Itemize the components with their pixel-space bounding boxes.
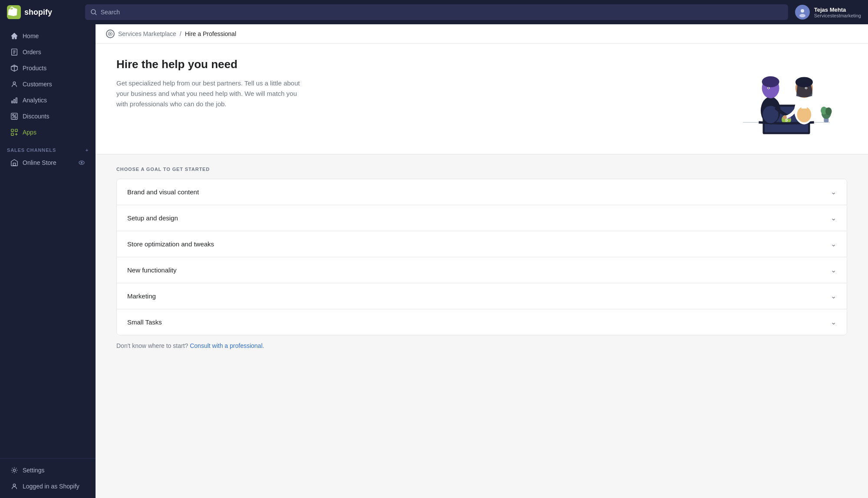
logo[interactable]: shopify bbox=[7, 5, 85, 19]
breadcrumb-icon bbox=[106, 29, 115, 38]
svg-point-3 bbox=[801, 9, 804, 13]
svg-point-12 bbox=[13, 82, 15, 84]
svg-rect-46 bbox=[802, 101, 807, 108]
logo-text: shopify bbox=[24, 8, 52, 17]
sales-channels-header: SALES CHANNELS + bbox=[0, 141, 96, 154]
discounts-icon bbox=[10, 112, 18, 120]
sidebar-label-online-store: Online Store bbox=[23, 159, 56, 166]
sidebar-label-settings: Settings bbox=[23, 467, 45, 474]
svg-point-25 bbox=[81, 162, 83, 164]
user-name: Tejas Mehta bbox=[814, 7, 861, 13]
search-icon bbox=[90, 9, 97, 16]
goals-label: CHOOSE A GOAL TO GET STARTED bbox=[116, 167, 847, 172]
accordion-item-setup[interactable]: Setup and design ⌄ bbox=[117, 205, 847, 231]
user-store: Servicestestmarketing bbox=[814, 13, 861, 18]
svg-point-52 bbox=[783, 115, 787, 119]
user-icon bbox=[10, 482, 18, 490]
illustration-svg: S bbox=[726, 53, 847, 140]
svg-point-40 bbox=[762, 76, 779, 87]
accordion-item-optimization[interactable]: Store optimization and tweaks ⌄ bbox=[117, 231, 847, 257]
svg-point-45 bbox=[797, 107, 812, 122]
search-input[interactable] bbox=[101, 9, 783, 16]
sidebar-bottom: Settings Logged in as Shopify bbox=[0, 458, 96, 495]
svg-line-18 bbox=[13, 115, 17, 118]
sidebar-item-logged-in[interactable]: Logged in as Shopify bbox=[3, 478, 92, 494]
accordion-item-brand[interactable]: Brand and visual content ⌄ bbox=[117, 179, 847, 205]
customers-icon bbox=[10, 80, 18, 88]
sidebar-label-logged-in: Logged in as Shopify bbox=[23, 483, 79, 490]
svg-rect-23 bbox=[13, 163, 15, 165]
goals-section: CHOOSE A GOAL TO GET STARTED Brand and v… bbox=[96, 154, 868, 375]
hero-description: Get specialized help from our best partn… bbox=[116, 78, 307, 109]
svg-rect-13 bbox=[12, 101, 13, 103]
svg-point-42 bbox=[768, 88, 769, 89]
svg-point-16 bbox=[13, 115, 14, 116]
search-bar[interactable] bbox=[85, 4, 788, 20]
main-layout: Home Orders Products bbox=[0, 24, 868, 498]
main-content: Services Marketplace / Hire a Profession… bbox=[96, 24, 868, 498]
chevron-down-icon: ⌄ bbox=[831, 214, 836, 222]
sidebar-item-online-store[interactable]: Online Store bbox=[3, 155, 92, 170]
svg-point-51 bbox=[805, 88, 807, 89]
topbar: shopify Tejas Mehta Servicestestmarketin… bbox=[0, 0, 868, 24]
accordion-item-marketing[interactable]: Marketing ⌄ bbox=[117, 283, 847, 309]
hero-illustration: S bbox=[726, 53, 847, 140]
svg-rect-20 bbox=[11, 129, 13, 131]
sidebar-item-products[interactable]: Products bbox=[3, 60, 92, 76]
hero-title: Hire the help you need bbox=[116, 58, 307, 71]
svg-rect-21 bbox=[15, 129, 17, 131]
user-info: Tejas Mehta Servicestestmarketing bbox=[814, 7, 861, 18]
sidebar-item-customers[interactable]: Customers bbox=[3, 76, 92, 92]
sidebar-label-analytics: Analytics bbox=[23, 97, 47, 104]
consult-link[interactable]: Consult with a professional. bbox=[190, 342, 264, 349]
breadcrumb-current: Hire a Professional bbox=[185, 30, 236, 37]
svg-rect-22 bbox=[11, 133, 13, 135]
sidebar-label-products: Products bbox=[23, 65, 46, 72]
settings-icon bbox=[10, 466, 18, 474]
chevron-down-icon: ⌄ bbox=[831, 188, 836, 196]
svg-point-27 bbox=[13, 484, 15, 486]
sidebar-label-apps: Apps bbox=[23, 129, 36, 136]
accordion-label-small-tasks: Small Tasks bbox=[127, 318, 162, 326]
chevron-down-icon: ⌄ bbox=[831, 240, 836, 248]
svg-point-4 bbox=[799, 14, 805, 17]
breadcrumb-parent: Services Marketplace bbox=[118, 30, 176, 37]
sidebar-nav: Home Orders Products bbox=[0, 28, 96, 455]
eye-icon bbox=[78, 159, 85, 166]
accordion-label-optimization: Store optimization and tweaks bbox=[127, 240, 214, 248]
sidebar-item-discounts[interactable]: Discounts bbox=[3, 108, 92, 124]
sidebar-label-home: Home bbox=[23, 33, 39, 39]
avatar bbox=[795, 5, 810, 20]
svg-line-2 bbox=[95, 13, 96, 15]
sidebar-item-orders[interactable]: Orders bbox=[3, 44, 92, 60]
footer-text: Don't know where to start? Consult with … bbox=[116, 335, 847, 363]
sidebar-item-apps[interactable]: Apps bbox=[3, 124, 92, 140]
shopify-logo-icon bbox=[7, 5, 21, 19]
accordion-item-small-tasks[interactable]: Small Tasks ⌄ bbox=[117, 309, 847, 335]
sidebar: Home Orders Products bbox=[0, 24, 96, 498]
apps-icon bbox=[10, 128, 18, 136]
add-sales-channel-icon[interactable]: + bbox=[86, 147, 89, 153]
accordion-label-marketing: Marketing bbox=[127, 292, 156, 300]
products-icon bbox=[10, 64, 18, 72]
chevron-down-icon: ⌄ bbox=[831, 292, 836, 300]
hero-text: Hire the help you need Get specialized h… bbox=[116, 58, 307, 109]
breadcrumb-separator: / bbox=[180, 30, 182, 37]
hero-section: Hire the help you need Get specialized h… bbox=[96, 44, 868, 154]
sidebar-label-orders: Orders bbox=[23, 49, 41, 56]
sidebar-item-settings[interactable]: Settings bbox=[3, 462, 92, 478]
accordion-list: Brand and visual content ⌄ Setup and des… bbox=[116, 179, 847, 335]
svg-point-56 bbox=[825, 108, 832, 115]
store-icon bbox=[10, 159, 18, 167]
user-menu[interactable]: Tejas Mehta Servicestestmarketing bbox=[795, 5, 861, 20]
sidebar-item-home[interactable]: Home bbox=[3, 28, 92, 44]
svg-point-17 bbox=[15, 117, 17, 118]
home-icon bbox=[10, 32, 18, 40]
accordion-item-functionality[interactable]: New functionality ⌄ bbox=[117, 257, 847, 283]
accordion-label-functionality: New functionality bbox=[127, 266, 176, 274]
svg-rect-15 bbox=[16, 98, 17, 103]
sidebar-item-analytics[interactable]: Analytics bbox=[3, 92, 92, 108]
svg-rect-14 bbox=[14, 99, 15, 103]
sales-channels-label: SALES CHANNELS bbox=[7, 147, 56, 153]
accordion-label-brand: Brand and visual content bbox=[127, 188, 199, 196]
